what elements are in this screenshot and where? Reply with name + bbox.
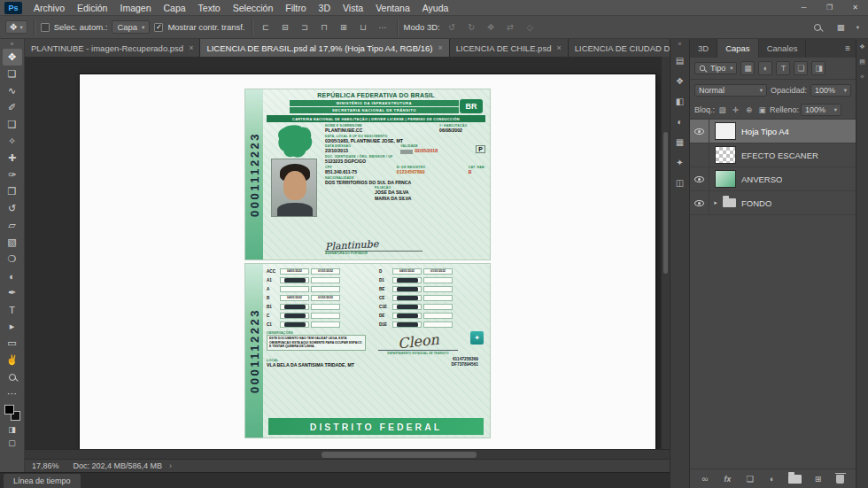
- fill-dropdown[interactable]: 100%▾: [801, 104, 841, 116]
- align-right-icon[interactable]: ⊐: [298, 19, 313, 35]
- type-tool[interactable]: T: [3, 301, 22, 318]
- menu-capa[interactable]: Capa: [158, 0, 192, 16]
- menu-vista[interactable]: Vista: [337, 0, 369, 16]
- blur-tool[interactable]: ❍: [3, 251, 22, 267]
- color-panel-icon[interactable]: ◧: [673, 94, 687, 108]
- panel-menu-icon[interactable]: ≡: [840, 39, 856, 58]
- adjustment-layer-icon[interactable]: ◐: [766, 473, 779, 485]
- menu-imagen[interactable]: Imagen: [113, 0, 157, 16]
- close-icon[interactable]: ×: [438, 43, 442, 52]
- visibility-cell[interactable]: [690, 120, 709, 143]
- color-swatches[interactable]: [4, 405, 20, 421]
- pen-tool[interactable]: ✒: [3, 284, 22, 301]
- layer-style-icon[interactable]: fx: [721, 473, 733, 485]
- info-panel-icon[interactable]: ◫: [673, 175, 687, 190]
- lock-pixels-icon[interactable]: ✛: [730, 104, 741, 116]
- auto-select-target-dropdown[interactable]: Capa▾: [112, 20, 150, 34]
- tab-licencia-brasil[interactable]: LICENCIA DE BRASIL.psd al 17,9% (Hoja Ti…: [200, 39, 449, 57]
- dock-collapse-icon[interactable]: «: [678, 41, 682, 47]
- adjustments-panel-icon[interactable]: ◐: [673, 114, 687, 128]
- crop-tool[interactable]: ❑: [3, 116, 22, 133]
- lasso-tool[interactable]: ∿: [3, 82, 22, 99]
- link-layers-icon[interactable]: ∞: [699, 473, 711, 485]
- filter-pixel-icon[interactable]: ▦: [740, 61, 755, 75]
- tab-licencia-chile[interactable]: LICENCIA DE CHILE.psd×: [450, 39, 569, 57]
- rectangular-marquee-tool[interactable]: ❏: [3, 66, 22, 82]
- menu-seleccion[interactable]: Selección: [227, 0, 280, 16]
- status-options-arrow[interactable]: ›: [169, 461, 172, 470]
- blend-mode-dropdown[interactable]: Normal▾: [694, 84, 767, 97]
- 3d-pan-icon[interactable]: ✥: [484, 19, 499, 35]
- close-icon[interactable]: ×: [556, 43, 561, 52]
- vertical-scrollbar[interactable]: [661, 57, 670, 449]
- menu-ayuda[interactable]: Ayuda: [416, 0, 455, 16]
- quick-mask-button[interactable]: ◨: [3, 422, 22, 436]
- hand-tool[interactable]: ✌: [3, 352, 22, 368]
- menu-filtro[interactable]: Filtro: [279, 0, 312, 16]
- eye-icon[interactable]: [694, 200, 704, 206]
- clone-stamp-tool[interactable]: ❒: [3, 183, 22, 200]
- layer-thumbnail[interactable]: [715, 170, 736, 188]
- new-group-icon[interactable]: [788, 473, 802, 485]
- eye-icon[interactable]: [694, 128, 704, 135]
- history-brush-tool[interactable]: ↺: [3, 200, 22, 217]
- tab-capas[interactable]: Capas: [717, 39, 758, 58]
- screen-mode-button[interactable]: ▢: [3, 436, 22, 449]
- vertical-scroll-thumb[interactable]: [663, 132, 668, 274]
- toolbar-collapse-icon[interactable]: »: [11, 40, 14, 49]
- workspace-switcher-icon[interactable]: ▦: [833, 19, 849, 35]
- expand-group-icon[interactable]: ▸: [711, 199, 720, 206]
- search-icon[interactable]: [810, 19, 825, 35]
- align-top-icon[interactable]: ⊓: [317, 19, 332, 35]
- timeline-tab[interactable]: Línea de tiempo: [4, 474, 81, 488]
- layer-row-efecto-escaner[interactable]: EFECTO ESCANER: [690, 143, 856, 167]
- align-center-h-icon[interactable]: ⊟: [278, 19, 293, 35]
- tab-licencia-mexico[interactable]: LICENCIA DE CIUDAD DE MEXICO: [569, 39, 670, 57]
- rectangle-tool[interactable]: ▭: [3, 335, 22, 352]
- close-icon[interactable]: ×: [189, 43, 193, 52]
- styles-panel-icon[interactable]: ✦: [673, 155, 687, 169]
- tab-canales[interactable]: Canales: [759, 39, 807, 58]
- edge-panel-icon-3[interactable]: ✧: [860, 74, 865, 81]
- filter-smart-object-icon[interactable]: ◨: [811, 61, 825, 75]
- 3d-slide-icon[interactable]: ⇄: [503, 19, 518, 35]
- dodge-tool[interactable]: ◐: [3, 267, 22, 284]
- layer-thumbnail[interactable]: [715, 146, 736, 164]
- eyedropper-tool[interactable]: ✧: [3, 133, 22, 150]
- layer-filter-dropdown[interactable]: Tipo▾: [694, 62, 737, 74]
- layer-row-hoja-tipo-a4[interactable]: Hoja Tipo A4: [690, 120, 856, 143]
- lock-all-icon[interactable]: ▣: [756, 104, 768, 116]
- menu-3d[interactable]: 3D: [313, 0, 337, 16]
- zoom-tool[interactable]: [3, 368, 22, 385]
- gradient-tool[interactable]: ▧: [3, 234, 22, 251]
- minimize-button[interactable]: ─: [791, 0, 817, 15]
- visibility-cell[interactable]: [690, 167, 709, 190]
- tab-plantinube[interactable]: PLANTINUBE - imagen-Recuperado.psd×: [25, 39, 200, 57]
- eye-icon[interactable]: [694, 176, 704, 182]
- layer-name[interactable]: ANVERSO: [741, 174, 782, 184]
- active-tool-indicator[interactable]: ✥▾: [5, 20, 27, 34]
- filter-adjustment-icon[interactable]: ◐: [758, 61, 772, 75]
- align-left-icon[interactable]: ⊏: [259, 19, 274, 35]
- tab-3d[interactable]: 3D: [690, 39, 717, 58]
- show-transform-checkbox[interactable]: ✓: [154, 23, 163, 32]
- 3d-scale-icon[interactable]: ◇: [523, 19, 538, 35]
- layer-row-anverso[interactable]: ANVERSO: [690, 167, 856, 191]
- opacity-dropdown[interactable]: 100%▾: [810, 84, 851, 97]
- layer-name[interactable]: FONDO: [741, 198, 771, 208]
- caret-down-icon[interactable]: ▾: [856, 24, 859, 31]
- restore-button[interactable]: ❐: [817, 0, 842, 15]
- layer-row-fondo[interactable]: ▸ FONDO: [690, 191, 856, 215]
- delete-layer-icon[interactable]: [834, 473, 847, 485]
- align-center-v-icon[interactable]: ⊞: [337, 19, 352, 35]
- history-panel-icon[interactable]: ▤: [673, 53, 687, 67]
- menu-ventana[interactable]: Ventana: [369, 0, 416, 16]
- lock-transparency-icon[interactable]: ▨: [717, 104, 728, 116]
- 3d-rotate-icon[interactable]: ↺: [445, 19, 460, 35]
- path-selection-tool[interactable]: ▸: [3, 318, 22, 335]
- auto-select-checkbox[interactable]: [41, 23, 50, 32]
- more-options-icon[interactable]: ⋯: [376, 19, 391, 35]
- canvas-area[interactable]: 0001112223 REPÚBLICA FEDERATIVA DO BRASI…: [25, 57, 670, 449]
- layer-name[interactable]: Hoja Tipo A4: [741, 127, 789, 136]
- 3d-roll-icon[interactable]: ↻: [464, 19, 479, 35]
